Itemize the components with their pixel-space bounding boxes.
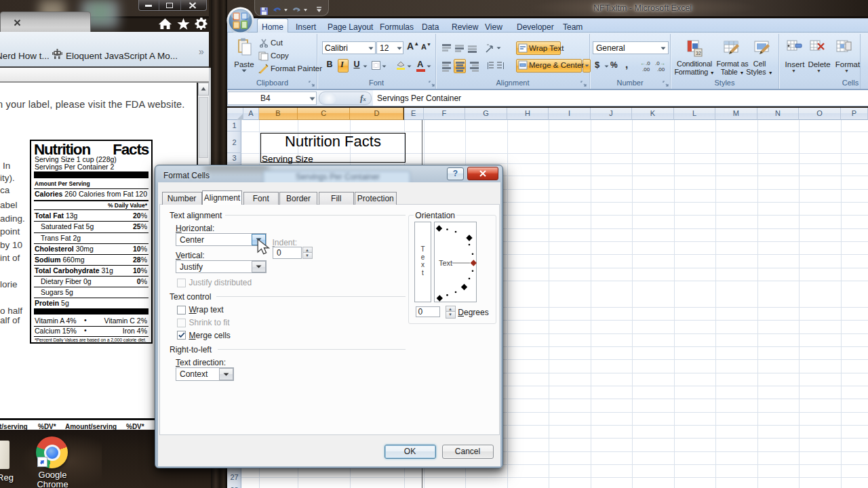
svg-text:32: 32 [696, 51, 701, 56]
svg-text:Text: Text [439, 259, 452, 267]
